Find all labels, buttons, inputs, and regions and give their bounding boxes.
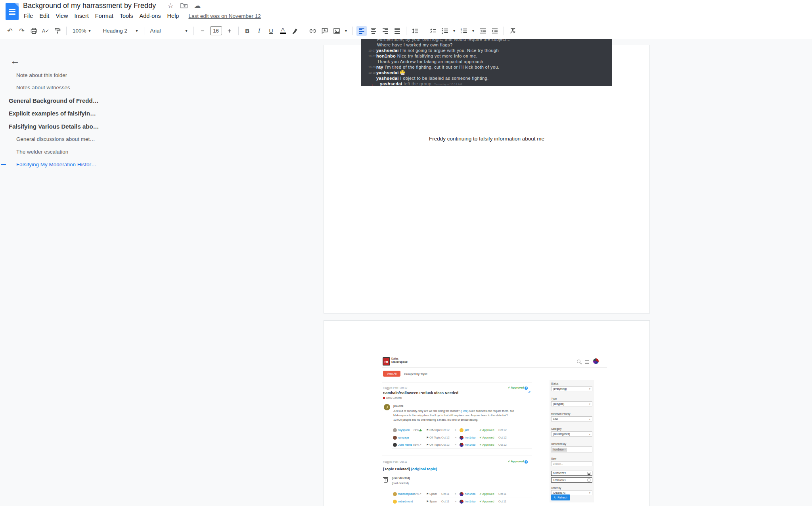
outline-item[interactable]: General discussions about met… bbox=[16, 136, 95, 142]
menu-addons[interactable]: Add-ons bbox=[136, 12, 164, 20]
status-label: Status bbox=[551, 382, 558, 385]
align-center-button[interactable] bbox=[368, 26, 379, 36]
cloud-status-icon[interactable]: ☁ bbox=[193, 2, 201, 10]
flag-icon: ⚑ bbox=[426, 500, 429, 503]
grimacing-emoji bbox=[400, 70, 405, 75]
checklist-icon[interactable] bbox=[428, 26, 438, 36]
status-badge: ✔ Approved? bbox=[508, 460, 528, 464]
username: yashsedai bbox=[376, 70, 399, 75]
last-edit-link[interactable]: Last edit was on November 12 bbox=[188, 13, 260, 19]
reviewer-avatar bbox=[460, 436, 463, 440]
status-select: (everything)▾ bbox=[551, 386, 592, 391]
paragraph-style-select[interactable]: Heading 2▾ bbox=[100, 26, 141, 36]
flag-date: Oct 11 bbox=[400, 460, 407, 463]
text-color-button[interactable]: A bbox=[278, 26, 288, 36]
justify-button[interactable] bbox=[392, 26, 402, 36]
flag-row: rampage ⚑Off-Topic Oct 12 » hon1nbo ✔ Ap… bbox=[392, 434, 532, 441]
username: ray bbox=[376, 65, 383, 69]
align-right-button[interactable] bbox=[380, 26, 391, 36]
menu-edit[interactable]: Edit bbox=[36, 12, 52, 20]
close-outline-icon[interactable]: ← bbox=[10, 55, 20, 66]
font-family-select[interactable]: Arial▾ bbox=[147, 26, 191, 36]
print-icon[interactable] bbox=[29, 26, 39, 36]
menu-view[interactable]: View bbox=[52, 12, 71, 20]
bold-button[interactable]: B bbox=[242, 26, 253, 36]
move-to-folder-icon[interactable] bbox=[180, 2, 188, 10]
highlight-color-icon[interactable] bbox=[290, 26, 300, 36]
outline-item[interactable]: Notes about witnesses bbox=[16, 85, 70, 90]
active-outline-marker bbox=[1, 164, 6, 165]
flagger-avatar bbox=[393, 436, 397, 440]
original-topic-link: (original topic) bbox=[411, 467, 437, 471]
type-select: (all types)▾ bbox=[551, 401, 592, 406]
align-left-button[interactable] bbox=[356, 26, 367, 36]
document-title[interactable]: Background of my harrassment by Freddy bbox=[23, 2, 156, 10]
zoom-select[interactable]: 100%▾ bbox=[69, 26, 94, 36]
menu-help[interactable]: Help bbox=[164, 12, 182, 20]
redo-icon[interactable]: ↷ bbox=[17, 26, 27, 36]
outline-item[interactable]: Explicit examples of falsifyin… bbox=[9, 110, 96, 117]
menu-file[interactable]: File bbox=[21, 12, 36, 20]
document-canvas: ← Note about this folder Notes about wit… bbox=[0, 39, 812, 506]
chevron-icon: » bbox=[455, 493, 456, 495]
username: yashsedai bbox=[380, 81, 402, 86]
add-comment-icon[interactable] bbox=[320, 26, 330, 36]
insert-image-dropdown-icon[interactable]: ▾ bbox=[343, 26, 349, 36]
menu-tools[interactable]: Tools bbox=[117, 12, 136, 20]
priority-select: Low▾ bbox=[551, 416, 592, 421]
post-title: [Topic Deleted] (original topic) bbox=[383, 467, 437, 471]
view-all-tab: View All bbox=[383, 371, 400, 377]
italic-button[interactable]: I bbox=[254, 26, 264, 36]
filter-panel: Status (everything)▾ Type (all types)▾ M… bbox=[550, 380, 594, 502]
refresh-icon: ↻ bbox=[554, 496, 556, 499]
menu-insert[interactable]: Insert bbox=[71, 12, 92, 20]
undo-icon[interactable]: ↶ bbox=[5, 26, 15, 36]
embedded-forum-screenshot[interactable]: m Dallas Makerspace View All Grouped by … bbox=[382, 356, 607, 506]
category-select: (all categories)▾ bbox=[551, 431, 592, 437]
grouped-by-topic-tab: Grouped by Topic bbox=[404, 372, 427, 376]
decrease-font-size-button[interactable]: − bbox=[197, 26, 208, 36]
outline-item[interactable]: The welder escalation bbox=[16, 149, 68, 155]
star-icon[interactable]: ☆ bbox=[167, 2, 174, 10]
google-docs-window: Background of my harrassment by Freddy ☆… bbox=[0, 0, 812, 506]
docs-logo-fold bbox=[15, 3, 19, 7]
chevron-icon: » bbox=[455, 429, 456, 431]
category-label: Category bbox=[551, 427, 561, 430]
increase-indent-icon[interactable] bbox=[490, 26, 500, 36]
thumbs-up-icon bbox=[419, 429, 422, 432]
forum-brand: Dallas Makerspace bbox=[391, 357, 408, 364]
app-header: Background of my harrassment by Freddy ☆… bbox=[0, 0, 812, 23]
flag-row: skyspook 74% ⚑Off-Topic Oct 12 » jast ✔ … bbox=[392, 427, 532, 434]
flagged-post-label: Flagged Post bbox=[383, 460, 398, 463]
image-caption[interactable]: Freddy continuing to falsify information… bbox=[324, 136, 650, 142]
bulleted-list-icon[interactable] bbox=[440, 26, 450, 36]
toolbar: ↶ ↷ A✓ 100%▾ Heading 2▾ Arial▾ − 16 + B … bbox=[0, 23, 812, 39]
spellcheck-icon[interactable]: A✓ bbox=[40, 26, 51, 36]
outline-item[interactable]: Falsifying Various Details abo… bbox=[9, 123, 99, 130]
insert-link-icon[interactable] bbox=[308, 26, 318, 36]
post-title: Samhain/Halloween Potluck Ideas Needed bbox=[383, 391, 458, 395]
underline-button[interactable]: U bbox=[266, 26, 276, 36]
outline-item[interactable]: General Background of Fredd… bbox=[9, 97, 99, 104]
clear-formatting-icon[interactable] bbox=[508, 26, 518, 36]
numbered-list-dropdown-icon[interactable]: ▾ bbox=[471, 26, 476, 36]
embedded-discord-screenshot[interactable]: Furthermore, by your own logic, that wou… bbox=[361, 39, 612, 86]
bulleted-list-dropdown-icon[interactable]: ▾ bbox=[452, 26, 457, 36]
menu-format[interactable]: Format bbox=[92, 12, 117, 20]
outline-item-active[interactable]: Falsifying My Moderation Histor… bbox=[16, 162, 97, 167]
chevron-icon: » bbox=[455, 436, 456, 439]
reviewed-by-box: hon1nbo× bbox=[551, 446, 592, 452]
page-2[interactable]: m Dallas Makerspace View All Grouped by … bbox=[324, 320, 650, 506]
paint-format-icon[interactable] bbox=[52, 26, 63, 36]
line-spacing-icon[interactable] bbox=[410, 26, 420, 36]
outline-item[interactable]: Note about this folder bbox=[16, 72, 67, 78]
font-size-input[interactable]: 16 bbox=[210, 26, 222, 35]
insert-image-icon[interactable] bbox=[331, 26, 342, 36]
increase-font-size-button[interactable]: + bbox=[224, 26, 235, 36]
numbered-list-icon[interactable]: 123 bbox=[459, 26, 469, 36]
docs-logo-icon[interactable] bbox=[6, 3, 19, 20]
user-search-input bbox=[551, 461, 592, 466]
trash-icon bbox=[383, 477, 388, 483]
username: yashsedai bbox=[376, 48, 399, 53]
decrease-indent-icon[interactable] bbox=[478, 26, 488, 36]
